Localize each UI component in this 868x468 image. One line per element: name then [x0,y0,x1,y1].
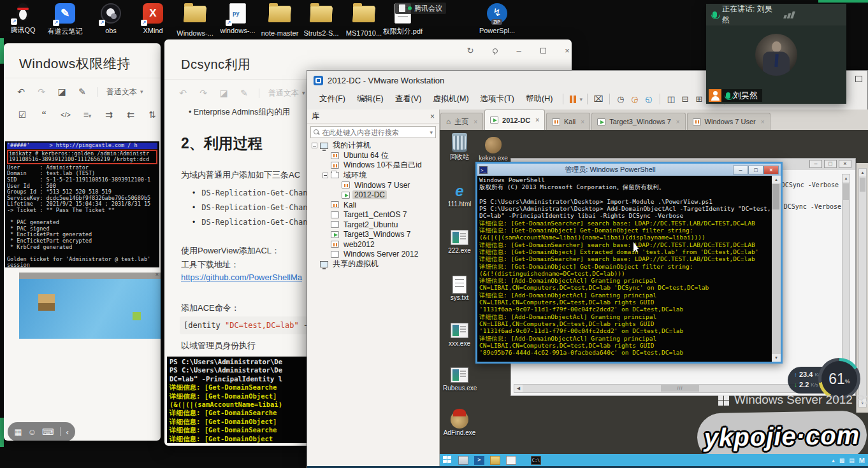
collapse-chevron-icon[interactable]: ‹ [66,427,69,437]
format-painter-icon[interactable]: ✎ [76,87,88,97]
maximize-icon[interactable] [538,46,548,55]
tree-item-Windows Server 2012[interactable]: Windows Server 2012 [307,250,439,260]
tray-expand-icon[interactable]: ▴ [832,457,835,464]
vm-icon-AdFind.exe[interactable]: AdFind.exe [443,410,476,436]
paragraph-style-select[interactable]: 普通文本 ▾ [268,88,305,99]
menu-帮助(H)[interactable]: 帮助(H) [520,92,558,106]
take-snapshot-icon[interactable]: ◷ [614,94,627,104]
eraser-icon[interactable]: ◪ [56,87,68,97]
sync-icon[interactable]: ↻ [465,46,475,55]
search-input[interactable] [322,129,427,136]
file-explorer-icon[interactable] [490,456,500,465]
close-icon[interactable]: × [474,118,477,125]
cmd-icon[interactable]: C:\ [531,456,541,465]
desktop-icon-folder-4[interactable]: Windows-... [175,2,215,39]
scroll-up-icon[interactable]: ▲ [772,176,781,183]
pause-vm-button[interactable] [570,96,576,103]
vm-icon-kekeo.exe[interactable]: kekeo.exe [477,136,510,162]
close-icon[interactable]: × [839,160,851,168]
tab-Kali[interactable]: Kali× [546,113,590,130]
indent-increase-icon[interactable]: ⇉ [103,110,115,120]
show-library-icon[interactable]: ◫ [665,94,677,104]
close-icon[interactable]: × [562,46,572,55]
tray-network-icon[interactable]: ▤ [849,457,855,464]
desktop-icon-qq-0[interactable]: 腾讯QQ [3,2,43,39]
tab-Target3_Windows 7[interactable]: Target3_Windows 7× [591,113,685,130]
desktop-icon-obs-2[interactable]: obs [90,2,131,39]
tab-2012-DC[interactable]: 2012-DC× [484,110,545,130]
undo-icon[interactable]: ↶ [177,88,189,98]
emoji-icon[interactable]: ☺ [27,427,36,437]
format-painter-icon[interactable]: ✎ [238,88,250,98]
tree-item-Target2_Ubuntu[interactable]: Target2_Ubuntu [307,220,439,230]
checklist-icon[interactable]: ☑ [17,110,28,120]
line-height-icon[interactable]: ⇅ [147,110,158,120]
align-icon[interactable]: ≡▾ [82,110,93,120]
powershell-output[interactable]: Windows PowerShell版权所有 (C) 2013 Microsof… [477,176,772,362]
chevron-down-icon[interactable]: ▾ [579,96,582,103]
vm-icon-回收站[interactable]: 回收站 [443,133,476,162]
revert-snapshot-icon[interactable]: ◶ [628,94,641,104]
scrollbar[interactable]: ▲ ▼ [858,168,867,408]
scrollbar[interactable]: ▲ ▼ [842,174,850,384]
vm-icon-Rubeus.exe[interactable]: Rubeus.exe [443,365,476,392]
menu-查看(V)[interactable]: 查看(V) [389,92,428,106]
quote-icon[interactable]: “ [38,110,50,120]
notepad-icon[interactable] [506,456,516,465]
close-icon[interactable]: × [430,112,435,121]
scrollbar[interactable]: ▲ ▼ [772,176,781,362]
eraser-icon[interactable]: ◪ [218,88,229,98]
vm-screen[interactable]: 回收站kekeo.exee111.html222.exesys.txtxxx.e… [440,130,868,454]
tree-item-Windows 7 User[interactable]: Windows 7 User [307,180,439,190]
maximize-icon[interactable]: □ [824,160,837,168]
server-manager-icon[interactable] [458,456,468,465]
undo-icon[interactable]: ↶ [15,87,27,97]
keyboard-icon[interactable]: ⌨ [42,427,54,437]
desktop-icon-folder-8[interactable]: MS17010... [344,2,384,39]
chevron-down-icon[interactable]: ▾ [430,129,433,136]
tree-item-域环境[interactable]: 域环境 [307,171,439,181]
start-button[interactable] [443,456,452,464]
paragraph-style-select[interactable]: 普通文本 ▾ [106,87,143,97]
tree-item-共享的虚拟机[interactable]: 共享的虚拟机 [307,259,439,269]
desktop-icon-pyfile-5[interactable]: pywindows-... [217,2,258,39]
tree-item-Windows 10不是自己id[interactable]: Windows 10不是自己id [307,160,439,171]
redo-icon[interactable]: ↷ [36,87,47,97]
tree-item-2012-DC[interactable]: 2012-DC [307,190,439,201]
input-method-indicator[interactable]: M [859,457,865,464]
maximize-icon[interactable] [855,76,862,82]
vm-icon-sys.txt[interactable]: sys.txt [443,275,476,301]
pin-icon[interactable] [489,46,500,55]
minimize-icon[interactable]: – [733,166,748,174]
scroll-left-icon[interactable]: ◀ [514,385,523,392]
tree-item-Kali[interactable]: Kali [307,200,439,210]
tree-item-web2012[interactable]: web2012 [307,239,439,250]
manage-snapshots-icon[interactable]: ◵ [642,94,655,104]
indent-decrease-icon[interactable]: ⇇ [125,110,136,120]
menu-选项卡(T)[interactable]: 选项卡(T) [475,92,520,106]
maximize-icon[interactable]: □ [748,166,763,174]
vm-icon-111.html[interactable]: e111.html [443,181,476,208]
minimize-icon[interactable]: – [809,160,822,168]
insert-grid-icon[interactable]: ▦ [14,427,22,437]
desktop-icon-xmind-3[interactable]: XXMind [133,2,173,39]
expander-icon[interactable] [312,143,317,148]
tab-主页[interactable]: ⌂主页× [440,113,483,130]
scroll-up-icon[interactable]: ▲ [843,174,850,182]
close-icon[interactable]: × [761,118,765,125]
show-thumbnail-bar-icon[interactable]: ⊟ [679,94,691,104]
tray-status-icon[interactable]: ▩ [839,457,845,464]
scroll-up-icon[interactable]: ▲ [859,169,866,176]
doc2-github-link[interactable]: https://github.com/PowerShellMa [181,273,302,282]
minimize-icon[interactable]: – [514,46,524,55]
code-block-icon[interactable]: </> [60,111,71,118]
desktop-icon-youdao-1[interactable]: ✎有道云笔记 [45,2,85,39]
tree-item-Target3_Windows 7[interactable]: Target3_Windows 7 [307,230,439,240]
desktop-icon-zip-10[interactable]: ↯ZIPPowerSpl... [477,2,517,39]
meeting-video-area[interactable]: 刘昊然 [706,25,846,104]
library-search-box[interactable]: ▾ [310,126,436,138]
menu-虚拟机(M)[interactable]: 虚拟机(M) [427,92,474,106]
powershell-titlebar[interactable]: >_ 管理员: Windows PowerShell – □ × [477,164,781,176]
tree-item-我的计算机[interactable]: 我的计算机 [307,141,439,151]
close-icon[interactable]: × [535,117,539,124]
